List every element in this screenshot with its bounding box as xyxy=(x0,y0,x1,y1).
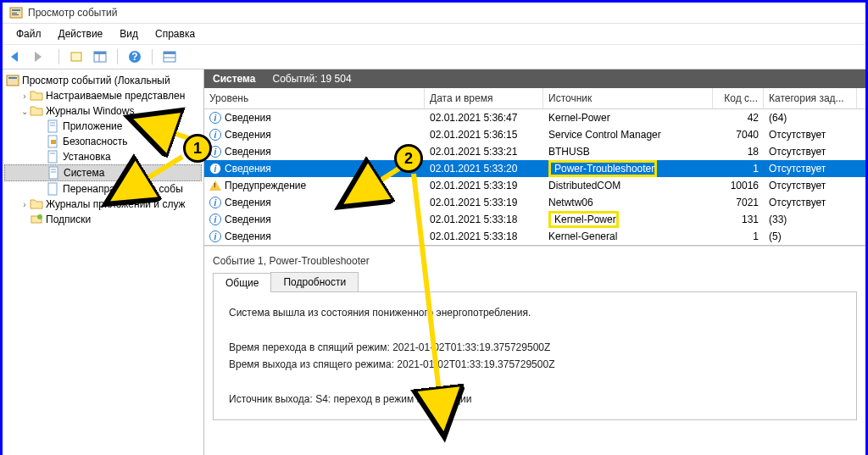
pane-header: Система Событий: 19 504 xyxy=(204,69,865,88)
cell-date: 02.01.2021 5:33:18 xyxy=(425,229,543,244)
log-icon xyxy=(47,150,60,164)
detail-line: Система вышла из состояния пониженного э… xyxy=(229,304,841,321)
cell-category: Отсутствует xyxy=(764,178,857,193)
menu-action[interactable]: Действие xyxy=(50,25,112,42)
svg-rect-4 xyxy=(71,53,81,61)
cell-category: (64) xyxy=(764,110,857,125)
svg-rect-19 xyxy=(51,140,56,144)
col-date[interactable]: Дата и время xyxy=(425,88,543,108)
info-icon: i xyxy=(209,163,221,175)
detail-pane: Событие 1, Power-Troubleshooter Общие По… xyxy=(204,246,865,455)
detail-line: Время выхода из спящего режима: 2021-01-… xyxy=(229,356,841,373)
menu-file[interactable]: Файл xyxy=(8,25,50,42)
toolbar-back-button[interactable] xyxy=(8,47,28,66)
toolbar-help-button[interactable]: ? xyxy=(125,47,145,66)
window-titlebar: Просмотр событий xyxy=(3,3,865,24)
tab-general[interactable]: Общие xyxy=(213,273,271,292)
tree-label: Установка xyxy=(63,151,111,163)
cell-source: Kernel-General xyxy=(543,229,713,244)
chevron-right-icon[interactable]: › xyxy=(19,92,30,101)
col-category[interactable]: Категория зад... xyxy=(764,88,857,108)
cell-code: 7021 xyxy=(713,195,764,210)
tree-label: Журналы Windows xyxy=(46,105,134,117)
cell-date: 02.01.2021 5:33:21 xyxy=(425,144,543,159)
folder-icon xyxy=(30,104,43,118)
menu-help[interactable]: Справка xyxy=(147,25,203,42)
cell-level: iСведения xyxy=(204,144,425,159)
cell-code: 7040 xyxy=(713,127,764,142)
toolbar-separator xyxy=(58,49,59,64)
log-icon xyxy=(47,135,60,148)
tree-label: Перенаправленные собы xyxy=(63,183,183,195)
svg-rect-13 xyxy=(7,75,19,86)
grid-header: Уровень Дата и время Источник Код с... К… xyxy=(204,88,865,109)
toolbar-grid-button[interactable] xyxy=(159,47,180,66)
tree-forwarded[interactable]: Перенаправленные собы xyxy=(4,181,202,197)
table-row[interactable]: iСведения02.01.2021 5:36:15Service Contr… xyxy=(204,126,865,143)
tree-root[interactable]: Просмотр событий (Локальный xyxy=(4,73,202,88)
col-source[interactable]: Источник xyxy=(543,88,713,108)
svg-text:?: ? xyxy=(131,51,137,63)
tree-setup[interactable]: Установка xyxy=(4,149,202,164)
cell-date: 02.01.2021 5:36:47 xyxy=(425,110,543,125)
event-grid[interactable]: Уровень Дата и время Источник Код с... К… xyxy=(204,88,865,246)
tree-label: Подписки xyxy=(46,214,91,225)
cell-code: 1 xyxy=(713,229,764,244)
table-row[interactable]: iСведения02.01.2021 5:33:18Kernel-Power1… xyxy=(204,211,865,228)
table-row[interactable]: Предупреждение02.01.2021 5:33:19Distribu… xyxy=(204,177,865,194)
table-row[interactable]: iСведения02.01.2021 5:33:20Power-Trouble… xyxy=(204,160,865,177)
highlight-box: Kernel-Power xyxy=(548,211,619,228)
toolbar-forward-button[interactable] xyxy=(31,47,52,66)
cell-category: Отсутствует xyxy=(764,127,857,142)
toolbar-properties-button[interactable] xyxy=(66,47,86,66)
menu-view[interactable]: Вид xyxy=(111,25,147,42)
info-icon: i xyxy=(209,197,221,208)
chevron-down-icon[interactable]: ⌄ xyxy=(19,107,30,116)
cell-source: BTHUSB xyxy=(543,144,713,159)
detail-line: Источник выхода: S4: переход в режим гиб… xyxy=(229,391,841,408)
cell-level: iСведения xyxy=(204,229,425,244)
tree-system[interactable]: Система xyxy=(4,164,202,181)
cell-code: 42 xyxy=(713,110,764,125)
table-row[interactable]: iСведения02.01.2021 5:36:47Kernel-Power4… xyxy=(204,109,865,126)
cell-source: DistributedCOM xyxy=(543,178,713,193)
navigation-tree[interactable]: Просмотр событий (Локальный › Настраивае… xyxy=(3,69,204,455)
tree-custom-views[interactable]: › Настраиваемые представлен xyxy=(4,88,202,103)
svg-rect-11 xyxy=(164,52,175,54)
cell-code: 131 xyxy=(713,212,764,227)
tree-windows-logs[interactable]: ⌄ Журналы Windows xyxy=(4,103,202,119)
svg-rect-25 xyxy=(48,183,57,195)
cell-source: Power-Troubleshooter xyxy=(543,158,713,179)
chevron-right-icon[interactable]: › xyxy=(19,200,30,209)
highlight-box: Power-Troubleshooter xyxy=(548,160,657,177)
cell-source: Kernel-Power xyxy=(543,209,713,230)
cell-date: 02.01.2021 5:33:19 xyxy=(425,195,543,210)
cell-level: iСведения xyxy=(204,195,425,210)
cell-source: Service Control Manager xyxy=(543,127,713,142)
toolbar-pane-button[interactable] xyxy=(90,47,110,66)
tree-label: Система xyxy=(64,167,104,179)
cell-category: Отсутствует xyxy=(764,161,857,176)
tree-application[interactable]: Приложение xyxy=(4,119,202,134)
tree-subscriptions[interactable]: Подписки xyxy=(4,212,202,227)
pane-title: Система xyxy=(213,73,256,85)
detail-body: Система вышла из состояния пониженного э… xyxy=(213,292,857,420)
tab-details[interactable]: Подробности xyxy=(270,272,359,291)
tree-security[interactable]: Безопасность xyxy=(4,134,202,149)
col-code[interactable]: Код с... xyxy=(713,88,764,108)
tree-app-service-logs[interactable]: › Журналы приложений и служ xyxy=(4,197,202,212)
table-row[interactable]: iСведения02.01.2021 5:33:21BTHUSB18Отсут… xyxy=(204,143,865,160)
cell-code: 1 xyxy=(713,161,764,176)
svg-rect-14 xyxy=(8,77,17,79)
cell-category: Отсутствует xyxy=(764,144,857,159)
table-row[interactable]: iСведения02.01.2021 5:33:18Kernel-Genera… xyxy=(204,228,865,245)
info-icon: i xyxy=(209,112,221,124)
col-level[interactable]: Уровень xyxy=(204,88,425,108)
menu-bar: Файл Действие Вид Справка xyxy=(3,24,865,45)
svg-rect-3 xyxy=(12,14,19,15)
table-row[interactable]: iСведения02.01.2021 5:33:19Netwtw067021О… xyxy=(204,194,865,211)
cell-date: 02.01.2021 5:36:15 xyxy=(425,127,543,142)
cell-level: iСведения xyxy=(204,212,425,227)
svg-rect-1 xyxy=(12,9,20,11)
cell-category: (5) xyxy=(764,229,857,244)
